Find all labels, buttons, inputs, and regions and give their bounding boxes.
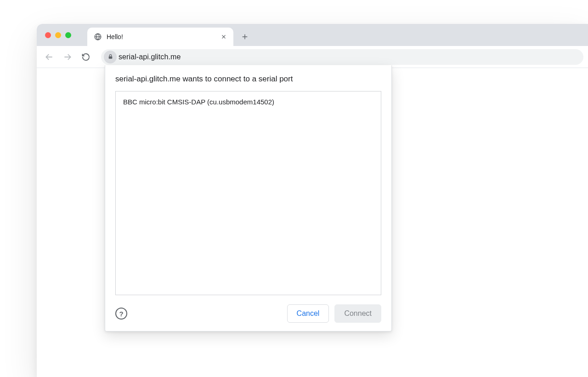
arrow-left-icon	[45, 52, 54, 62]
svg-rect-1	[108, 56, 112, 58]
globe-icon	[94, 33, 102, 41]
toolbar: serial-api.glitch.me	[37, 46, 588, 68]
window-controls	[45, 32, 71, 38]
arrow-right-icon	[63, 52, 72, 62]
close-icon	[221, 34, 226, 40]
address-bar-url: serial-api.glitch.me	[119, 53, 181, 61]
nav-forward-button[interactable]	[60, 49, 75, 65]
new-tab-button[interactable]	[238, 30, 252, 44]
dialog-heading: serial-api.glitch.me wants to connect to…	[115, 74, 381, 84]
plus-icon	[241, 33, 249, 40]
site-info-button[interactable]	[104, 51, 117, 63]
window-minimize-button[interactable]	[55, 32, 61, 38]
cancel-button[interactable]: Cancel	[287, 304, 329, 323]
address-bar[interactable]: serial-api.glitch.me	[101, 49, 583, 65]
tab-strip: Hello!	[37, 24, 588, 46]
help-button[interactable]: ?	[115, 308, 127, 320]
window-zoom-button[interactable]	[65, 32, 71, 38]
help-icon: ?	[119, 310, 123, 318]
serial-port-item[interactable]: BBC micro:bit CMSIS-DAP (cu.usbmodem1450…	[116, 91, 381, 112]
serial-port-chooser-dialog: serial-api.glitch.me wants to connect to…	[105, 65, 392, 331]
browser-tab[interactable]: Hello!	[87, 28, 233, 46]
tab-title: Hello!	[107, 33, 220, 40]
reload-button[interactable]	[78, 49, 94, 65]
dialog-footer: ? Cancel Connect	[115, 304, 381, 323]
connect-button-label: Connect	[344, 309, 372, 318]
nav-back-button[interactable]	[41, 49, 57, 65]
serial-port-list[interactable]: BBC micro:bit CMSIS-DAP (cu.usbmodem1450…	[115, 91, 381, 295]
connect-button[interactable]: Connect	[334, 304, 381, 323]
window-close-button[interactable]	[45, 32, 51, 38]
reload-icon	[81, 52, 90, 62]
lock-icon	[107, 54, 113, 60]
tab-close-button[interactable]	[220, 33, 228, 41]
cancel-button-label: Cancel	[297, 309, 320, 318]
browser-window: Hello!	[37, 24, 588, 377]
